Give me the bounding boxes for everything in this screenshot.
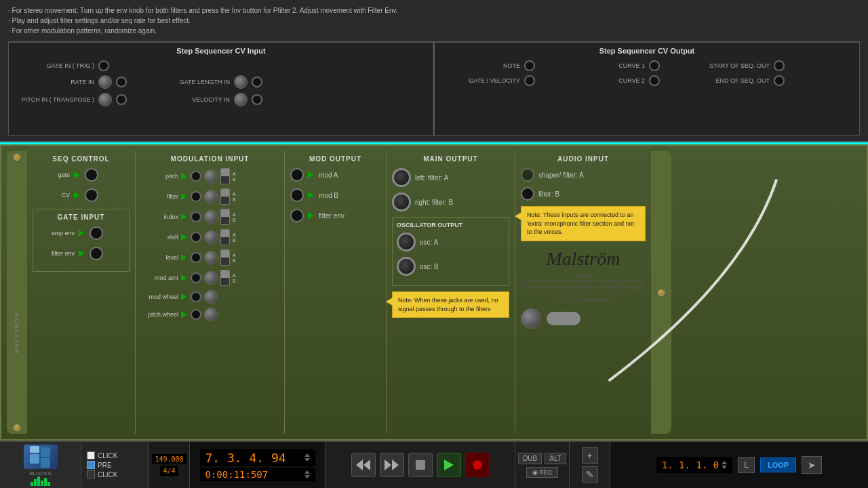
audio-note-text: Note: These inputs are connected to an '… xyxy=(527,211,634,235)
rate-in-jack[interactable] xyxy=(116,77,127,87)
mod-wheel-knob[interactable] xyxy=(204,290,218,304)
index-ab-switch[interactable] xyxy=(220,209,230,225)
mod-wheel-arrow[interactable] xyxy=(181,293,188,300)
filter-mod-knob[interactable] xyxy=(204,190,218,203)
mod-amt-ab-switch[interactable] xyxy=(220,270,230,286)
add-button[interactable]: + xyxy=(582,447,598,464)
fast-forward-button[interactable] xyxy=(380,453,404,477)
pr-down-arrow[interactable] xyxy=(722,466,727,469)
gate-length-jack[interactable] xyxy=(252,77,262,87)
cv-arrow[interactable] xyxy=(74,192,81,199)
pos-down-arrow[interactable] xyxy=(304,458,310,462)
left-filter-jack[interactable] xyxy=(392,168,411,187)
pitch-mod-arrow[interactable] xyxy=(181,173,188,180)
mod-amt-knob[interactable] xyxy=(204,271,218,285)
level-mod-jack[interactable] xyxy=(191,252,201,263)
index-mod-jack[interactable] xyxy=(191,211,201,222)
time-up-arrow[interactable] xyxy=(304,470,310,474)
right-nav-button[interactable]: ➤ xyxy=(802,456,822,474)
cv-panels: Step Sequencer CV Input GATE IN ( TRIG )… xyxy=(8,41,860,136)
fuse-knob[interactable] xyxy=(521,308,541,329)
click-checkbox-2[interactable] xyxy=(87,470,95,479)
right-filter-jack[interactable] xyxy=(392,192,411,211)
mod-a-arrow[interactable] xyxy=(308,171,315,178)
cv-jack[interactable] xyxy=(85,188,98,202)
filter-ab-switch[interactable] xyxy=(220,188,230,205)
osc-b-jack[interactable] xyxy=(397,257,416,276)
pos-right-arrows[interactable] xyxy=(722,461,727,469)
pre-checkbox[interactable] xyxy=(87,461,95,469)
stop-button[interactable] xyxy=(408,453,433,477)
filter-env-jack[interactable] xyxy=(90,247,103,260)
alt-button[interactable]: ALT xyxy=(545,453,566,464)
level-mod-knob[interactable] xyxy=(204,251,218,264)
rate-in-knob[interactable] xyxy=(98,75,112,89)
curve1-jack[interactable] xyxy=(649,60,660,71)
click-checkbox-1[interactable] xyxy=(87,451,95,460)
pos-up-arrow[interactable] xyxy=(304,453,310,457)
amp-env-arrow[interactable] xyxy=(79,230,85,237)
play-button[interactable] xyxy=(437,453,461,477)
velocity-knob[interactable] xyxy=(234,93,248,106)
shift-mod-knob[interactable] xyxy=(204,230,218,244)
start-seq-jack[interactable] xyxy=(774,60,785,71)
pitch-wheel-arrow[interactable] xyxy=(181,311,188,318)
gate-in-label: GATE IN ( TRIG ) xyxy=(13,62,94,69)
time-arrows[interactable] xyxy=(304,470,310,479)
loop-button[interactable]: LOOP xyxy=(760,458,796,472)
blocks-icon[interactable] xyxy=(24,445,58,469)
filter-b-in-jack[interactable] xyxy=(521,187,534,201)
blocks-svg xyxy=(28,445,53,469)
pitch-wheel-jack[interactable] xyxy=(191,309,201,320)
rec-button[interactable]: ◉ REC xyxy=(526,467,559,478)
mod-amt-jack[interactable] xyxy=(191,272,201,283)
l-button[interactable]: L xyxy=(738,457,755,473)
shift-ab-switch[interactable] xyxy=(220,229,230,245)
edit-pencil-button[interactable]: ✎ xyxy=(582,466,598,483)
mod-amt-arrow[interactable] xyxy=(181,274,188,281)
end-seq-jack[interactable] xyxy=(774,75,785,86)
gate-vel-label: GATE / VELOCITY xyxy=(439,77,520,84)
pitch-wheel-knob[interactable] xyxy=(204,308,218,321)
mod-a-jack[interactable] xyxy=(290,168,304,182)
shaper-jack[interactable] xyxy=(521,168,534,182)
pre-label: PRE xyxy=(98,462,112,469)
filter-env-out-jack[interactable] xyxy=(290,209,304,222)
level-ab-switch[interactable] xyxy=(220,249,230,266)
note-jack[interactable] xyxy=(524,60,535,71)
position-arrows[interactable] xyxy=(304,453,310,462)
time-down-arrow[interactable] xyxy=(304,475,310,479)
filter-env-arrow[interactable] xyxy=(79,250,85,257)
level-mod-arrow[interactable] xyxy=(181,254,188,261)
shift-mod-arrow[interactable] xyxy=(181,234,188,241)
pitch-in-jack[interactable] xyxy=(116,94,127,105)
gate-vel-jack[interactable] xyxy=(524,75,535,86)
gate-length-knob[interactable] xyxy=(234,75,248,89)
pr-up-arrow[interactable] xyxy=(722,461,727,464)
pitch-in-knob[interactable] xyxy=(98,93,112,106)
malstrom-side-label: MALSTRÖM xyxy=(14,311,20,352)
record-button[interactable] xyxy=(465,453,490,477)
rewind-button[interactable] xyxy=(351,453,376,477)
pitch-mod-jack[interactable] xyxy=(191,171,201,182)
gate-arrow[interactable] xyxy=(74,171,81,178)
mod-b-arrow[interactable] xyxy=(308,192,315,199)
caution-label: CAUTION: xyxy=(572,273,595,278)
velocity-jack[interactable] xyxy=(252,94,262,105)
curve2-jack[interactable] xyxy=(649,75,660,86)
mod-b-jack[interactable] xyxy=(290,188,304,202)
amp-env-jack[interactable] xyxy=(90,226,103,240)
pitch-mod-knob[interactable] xyxy=(204,169,218,183)
pitch-ab-switch[interactable] xyxy=(220,168,230,184)
filter-mod-arrow[interactable] xyxy=(181,193,188,200)
gate-jack[interactable] xyxy=(85,168,98,182)
dub-button[interactable]: DUB xyxy=(518,453,542,464)
index-mod-arrow[interactable] xyxy=(181,214,188,220)
mod-wheel-jack[interactable] xyxy=(191,291,201,302)
index-mod-knob[interactable] xyxy=(204,210,218,224)
gate-in-jack[interactable] xyxy=(98,60,109,71)
shift-mod-jack[interactable] xyxy=(191,232,201,243)
osc-a-jack[interactable] xyxy=(397,232,416,251)
filter-mod-jack[interactable] xyxy=(191,191,201,202)
filter-env-out-arrow[interactable] xyxy=(308,212,315,219)
